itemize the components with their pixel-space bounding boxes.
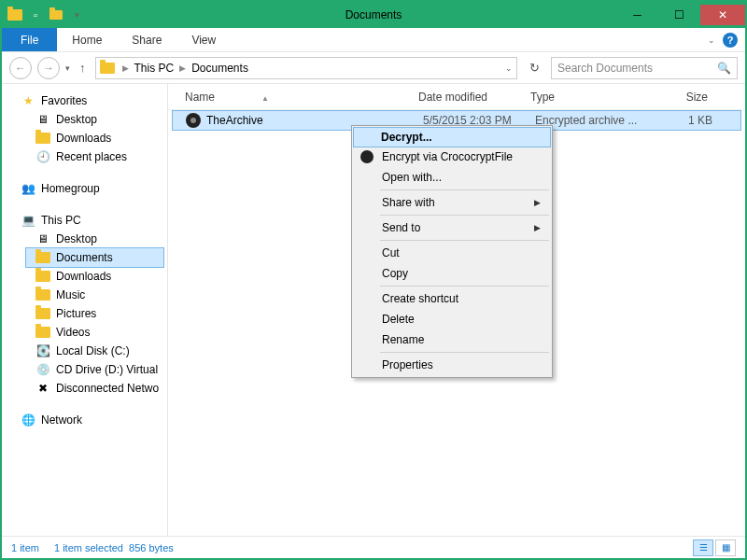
- network-icon: 🌐: [21, 413, 35, 427]
- search-placeholder: Search Documents: [557, 62, 653, 75]
- minimize-button[interactable]: ─: [616, 5, 658, 25]
- menu-send-to[interactable]: Send to▶: [354, 217, 550, 238]
- menu-cut[interactable]: Cut: [354, 243, 550, 263]
- column-type[interactable]: Type: [530, 91, 652, 104]
- network-drive-icon: ✖: [35, 381, 50, 396]
- help-icon[interactable]: ?: [723, 33, 738, 48]
- sidebar-favorites[interactable]: ★Favorites: [2, 91, 167, 110]
- tiles-view-button[interactable]: ▦: [715, 539, 736, 556]
- breadcrumb-documents[interactable]: Documents: [191, 62, 248, 75]
- tab-home[interactable]: Home: [57, 28, 117, 51]
- forward-button[interactable]: →: [37, 57, 60, 79]
- ribbon-expand-icon[interactable]: ⌄: [708, 35, 715, 45]
- tab-view[interactable]: View: [176, 28, 231, 51]
- breadcrumb-thispc[interactable]: This PC: [134, 62, 175, 75]
- sort-asc-icon: ▲: [261, 94, 269, 103]
- videos-icon: [35, 325, 50, 340]
- recent-icon: 🕘: [35, 149, 50, 164]
- file-size: 1 KB: [656, 114, 712, 127]
- navigation-bar: ← → ▾ ↑ ▶ This PC ▶ Documents ⌄ ↻ Search…: [2, 52, 745, 84]
- back-button[interactable]: ←: [9, 57, 32, 79]
- music-icon: [35, 287, 50, 302]
- cd-icon: 💿: [35, 362, 50, 377]
- explorer-window: ▫ ▾ Documents ─ ☐ ✕ File Home Share View…: [0, 0, 747, 560]
- column-date[interactable]: Date modified: [418, 91, 530, 104]
- drive-icon: 💽: [35, 343, 50, 358]
- up-button[interactable]: ↑: [76, 61, 90, 75]
- menu-properties[interactable]: Properties: [354, 355, 550, 375]
- folder-icon: [100, 63, 115, 74]
- column-headers: Name▲ Date modified Type Size: [168, 84, 745, 110]
- sidebar-item-cddrive[interactable]: 💿CD Drive (D:) Virtual: [2, 360, 167, 379]
- menu-share-with[interactable]: Share with▶: [354, 192, 550, 213]
- file-name: TheArchive: [206, 114, 263, 127]
- qat-dropdown-icon[interactable]: ▾: [67, 6, 86, 24]
- chevron-right-icon[interactable]: ▶: [176, 63, 190, 73]
- sidebar-item-music[interactable]: Music: [2, 286, 167, 304]
- chevron-right-icon[interactable]: ▶: [119, 63, 133, 73]
- homegroup-icon: 👥: [21, 181, 35, 196]
- sidebar-item-videos[interactable]: Videos: [2, 323, 167, 342]
- search-icon: 🔍: [717, 62, 731, 75]
- breadcrumb[interactable]: ▶ This PC ▶ Documents ⌄: [95, 57, 518, 79]
- sidebar-item-desktop[interactable]: 🖥Desktop: [2, 110, 167, 129]
- new-folder-icon[interactable]: [47, 6, 65, 24]
- history-dropdown-icon[interactable]: ▾: [65, 63, 70, 73]
- encrypted-file-icon: [186, 113, 201, 128]
- submenu-arrow-icon: ▶: [534, 223, 541, 232]
- menu-encrypt[interactable]: Encrypt via CrococryptFile: [354, 147, 550, 167]
- menu-separator: [380, 286, 549, 287]
- window-title: Documents: [345, 8, 402, 21]
- menu-separator: [380, 215, 549, 216]
- sidebar-homegroup[interactable]: 👥Homegroup: [2, 179, 167, 198]
- status-bar: 1 item 1 item selected 856 bytes ☰ ▦: [2, 536, 745, 558]
- navigation-pane: ★Favorites 🖥Desktop Downloads 🕘Recent pl…: [2, 84, 168, 536]
- menu-copy[interactable]: Copy: [354, 263, 550, 284]
- tab-share[interactable]: Share: [117, 28, 176, 51]
- pictures-icon: [35, 306, 50, 321]
- menu-decrypt[interactable]: Decrypt...: [353, 127, 551, 147]
- sidebar-item-downloads2[interactable]: Downloads: [2, 267, 167, 286]
- menu-separator: [380, 189, 549, 190]
- menu-delete[interactable]: Delete: [354, 309, 550, 329]
- sidebar-item-netdrive[interactable]: ✖Disconnected Network Drive: [2, 379, 167, 398]
- sidebar-item-localdisk[interactable]: 💽Local Disk (C:): [2, 342, 167, 360]
- context-menu: Decrypt... Encrypt via CrococryptFile Op…: [351, 125, 553, 378]
- menu-separator: [380, 352, 549, 353]
- submenu-arrow-icon: ▶: [534, 198, 541, 207]
- sidebar-item-pictures[interactable]: Pictures: [2, 304, 167, 323]
- menu-open-with[interactable]: Open with...: [354, 167, 550, 188]
- sidebar-item-documents[interactable]: Documents: [25, 247, 164, 268]
- menu-create-shortcut[interactable]: Create shortcut: [354, 288, 550, 309]
- sidebar-thispc[interactable]: 💻This PC: [2, 211, 167, 230]
- folder-icon: [35, 131, 50, 146]
- file-tab[interactable]: File: [2, 28, 57, 51]
- sidebar-item-recent[interactable]: 🕘Recent places: [2, 147, 167, 166]
- desktop-icon: 🖥: [35, 112, 50, 127]
- folder-icon: [35, 250, 50, 265]
- sidebar-network[interactable]: 🌐Network: [2, 411, 167, 429]
- star-icon: ★: [21, 93, 35, 108]
- menu-rename[interactable]: Rename: [354, 329, 550, 350]
- status-selected: 1 item selected 856 bytes: [54, 542, 174, 553]
- column-size[interactable]: Size: [652, 91, 708, 104]
- maximize-button[interactable]: ☐: [658, 5, 700, 25]
- desktop-icon: 🖥: [35, 231, 50, 246]
- breadcrumb-dropdown-icon[interactable]: ⌄: [505, 63, 513, 73]
- crococrypt-icon: [359, 149, 374, 164]
- titlebar[interactable]: ▫ ▾ Documents ─ ☐ ✕: [2, 2, 745, 28]
- status-item-count: 1 item: [11, 542, 39, 553]
- folder-icon: [35, 269, 50, 284]
- quick-access-toolbar: ▫ ▾: [6, 6, 86, 24]
- column-name[interactable]: Name▲: [177, 91, 418, 104]
- properties-icon[interactable]: ▫: [26, 6, 45, 24]
- ribbon: File Home Share View ⌄ ?: [2, 28, 745, 52]
- details-view-button[interactable]: ☰: [693, 539, 713, 556]
- search-input[interactable]: Search Documents 🔍: [551, 57, 738, 79]
- sidebar-item-downloads[interactable]: Downloads: [2, 129, 167, 147]
- sidebar-item-desktop2[interactable]: 🖥Desktop: [2, 230, 167, 248]
- menu-separator: [380, 240, 549, 241]
- refresh-button[interactable]: ↻: [523, 57, 545, 79]
- computer-icon: 💻: [21, 213, 35, 228]
- close-button[interactable]: ✕: [700, 5, 745, 25]
